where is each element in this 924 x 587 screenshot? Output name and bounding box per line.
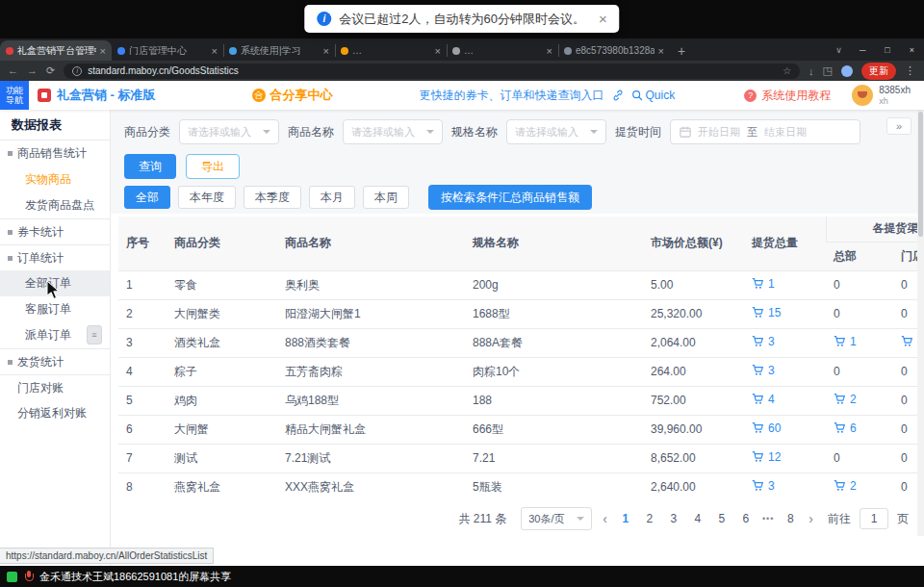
cart-icon: [752, 335, 764, 347]
sidebar-item-delivery-stats[interactable]: 发货统计: [0, 348, 110, 374]
search-button[interactable]: 查询: [124, 154, 176, 179]
tutorial-link[interactable]: ? 系统使用教程: [744, 88, 831, 104]
tab-close-icon[interactable]: ×: [323, 45, 329, 57]
period-tab-month[interactable]: 本月: [309, 186, 355, 209]
pickup-count-link[interactable]: 60: [752, 421, 781, 435]
pickup-count-link[interactable]: 3: [752, 364, 775, 377]
browser-tab[interactable]: …×: [447, 40, 558, 61]
period-tab-year[interactable]: 本年度: [178, 186, 236, 209]
table-row: 2大闸蟹类阳澄湖大闸蟹11688型25,320.001500: [118, 299, 917, 328]
select-placeholder: 请选择或输入: [351, 125, 415, 140]
sidebar-item-store-reconciliation[interactable]: 门店对账: [0, 374, 110, 400]
table-cell: 大闸蟹类: [167, 299, 277, 328]
sidebar-item-physical-goods[interactable]: 实物商品: [0, 166, 110, 192]
table-cell: 25,320.00: [643, 299, 744, 328]
table-cell: 2: [118, 299, 167, 328]
page-number-8[interactable]: 8: [783, 512, 798, 525]
window-controls: ∨ ─ □ ×: [828, 38, 924, 61]
sidebar: 数据报表 商品销售统计实物商品发货商品盘点券卡统计订单统计全部订单客服订单派单订…: [0, 110, 111, 587]
col-spec: 规格名称: [465, 217, 643, 270]
page-number-5[interactable]: 5: [714, 512, 730, 525]
sidebar-item-service-orders[interactable]: 客服订单: [0, 296, 110, 322]
chevron-down-icon: [577, 517, 584, 521]
page-number-1[interactable]: 1: [618, 512, 633, 525]
pickup-count-link[interactable]: 3: [752, 335, 775, 348]
date-range-picker[interactable]: 开始日期 至 结束日期: [670, 119, 860, 144]
pickup-count-link[interactable]: 1: [752, 277, 775, 291]
next-page-icon[interactable]: ›: [807, 512, 815, 525]
pickup-count-link[interactable]: 12: [752, 450, 781, 464]
tab-close-icon[interactable]: ×: [100, 45, 106, 57]
sidebar-item-all-orders[interactable]: 全部订单: [0, 270, 110, 296]
minimize-button[interactable]: ─: [850, 38, 875, 61]
filter-select-category[interactable]: 请选择或输入: [179, 119, 279, 144]
extensions-icon[interactable]: ◳: [823, 64, 833, 77]
quick-link[interactable]: Quick: [646, 89, 676, 102]
tab-close-icon[interactable]: ×: [212, 45, 218, 57]
browser-tab[interactable]: …×: [335, 40, 447, 61]
browser-tab[interactable]: 系统使用|学习×: [223, 40, 335, 61]
share-center-link[interactable]: 合 合分享中心: [252, 87, 333, 104]
table-cell: 肉粽10个: [465, 357, 643, 386]
tab-search-icon[interactable]: ∨: [828, 45, 850, 55]
summary-by-filter-button[interactable]: 按检索条件汇总商品销售额: [428, 185, 592, 210]
page-number-6[interactable]: 6: [738, 512, 754, 525]
table-cell: 752.00: [643, 386, 744, 415]
filter-collapse-button[interactable]: »: [886, 117, 911, 135]
filter-select-goods-name[interactable]: 请选择或输入: [343, 119, 443, 144]
period-tab-all[interactable]: 全部: [124, 186, 170, 209]
function-nav-toggle[interactable]: 功能 导航: [0, 81, 29, 110]
page-number-3[interactable]: 3: [666, 512, 681, 525]
pickup-count-link[interactable]: [901, 335, 917, 347]
period-tab-quarter[interactable]: 本季度: [244, 186, 301, 209]
scrollbar-thumb[interactable]: [918, 112, 923, 237]
sidebar-item-coupon-card-stats[interactable]: 券卡统计: [0, 218, 110, 244]
pickup-count-link[interactable]: 3: [752, 479, 775, 493]
page-number-2[interactable]: 2: [642, 512, 657, 525]
site-info-icon[interactable]: i: [72, 66, 82, 76]
browser-tab[interactable]: 礼盒营销平台管理中心×: [0, 40, 112, 61]
filter-label-goods-name: 商品名称: [288, 124, 334, 140]
page-number-4[interactable]: 4: [690, 512, 706, 525]
maximize-button[interactable]: □: [875, 38, 899, 61]
browser-tab[interactable]: e8c573980b1328a258fd2e6f×: [558, 40, 670, 61]
pickup-count-link[interactable]: 6: [834, 421, 857, 435]
export-button[interactable]: 导出: [186, 154, 240, 179]
reload-icon[interactable]: ⟳: [46, 65, 55, 76]
tab-close-icon[interactable]: ×: [547, 45, 552, 57]
table-cell: 3: [118, 328, 167, 357]
pickup-count-link[interactable]: 2: [834, 393, 857, 406]
address-bar[interactable]: i standard.maboy.cn/GoodsStatistics ☆: [64, 64, 800, 79]
bookmark-star-icon[interactable]: ☆: [783, 65, 791, 76]
pickup-count-link[interactable]: 1: [834, 335, 857, 348]
sidebar-item-goods-sales-stats[interactable]: 商品销售统计: [0, 140, 110, 166]
browser-tab[interactable]: 门店管理中心×: [112, 40, 223, 61]
filter-select-spec-name[interactable]: 请选择或输入: [506, 119, 606, 144]
back-icon[interactable]: ←: [8, 65, 18, 76]
browser-update-badge[interactable]: 更新: [861, 63, 896, 80]
downloads-icon[interactable]: ↓: [808, 65, 814, 77]
tab-close-icon[interactable]: ×: [658, 45, 664, 57]
vertical-scrollbar[interactable]: [917, 110, 924, 536]
pickup-count-link[interactable]: 2: [834, 479, 857, 493]
sidebar-item-order-stats[interactable]: 订单统计: [0, 244, 110, 270]
period-tab-week[interactable]: 本周: [363, 186, 409, 209]
browser-profile-avatar[interactable]: [841, 65, 853, 77]
page-ellipsis[interactable]: •••: [762, 514, 774, 523]
forward-icon[interactable]: →: [27, 65, 38, 76]
tab-close-icon[interactable]: ×: [435, 45, 441, 57]
sidebar-item-label: 门店对账: [17, 380, 64, 396]
browser-menu-icon[interactable]: ⋮: [905, 64, 916, 77]
goto-page-input[interactable]: [860, 508, 888, 529]
user-menu[interactable]: 8385xh xh: [852, 85, 911, 106]
sidebar-item-shipment-goods-check[interactable]: 发货商品盘点: [0, 192, 110, 218]
toast-close-icon[interactable]: ×: [599, 12, 607, 26]
pickup-count-link[interactable]: 4: [752, 393, 775, 406]
sidebar-item-distribution-rebate[interactable]: 分销返利对账: [0, 400, 110, 426]
sidebar-collapse-handle[interactable]: ≡: [87, 325, 102, 345]
new-tab-button[interactable]: +: [670, 40, 693, 61]
page-size-select[interactable]: 30条/页: [521, 507, 592, 530]
close-window-button[interactable]: ×: [900, 38, 924, 61]
pickup-count-link[interactable]: 15: [752, 306, 781, 319]
prev-page-icon[interactable]: ‹: [601, 512, 609, 525]
